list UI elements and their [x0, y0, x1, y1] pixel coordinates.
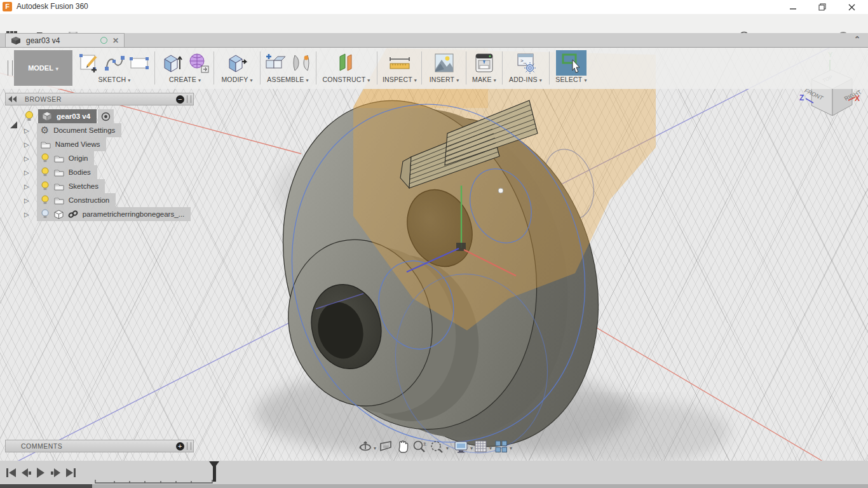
folder-icon: [54, 196, 64, 205]
expand-arrow-icon[interactable]: ▷: [24, 183, 29, 190]
browser-resize-handle[interactable]: [187, 95, 191, 103]
3d-print-icon[interactable]: [473, 51, 496, 74]
visibility-bulb-off-icon[interactable]: [41, 209, 50, 219]
browser-row[interactable]: ▷ Construction: [5, 193, 191, 207]
visibility-bulb-icon[interactable]: [41, 181, 50, 191]
close-button[interactable]: [839, 0, 864, 14]
spline-icon[interactable]: [104, 52, 125, 74]
look-at-tool[interactable]: [379, 440, 393, 452]
create-menu[interactable]: CREATE: [158, 76, 212, 83]
timeline-playback-controls[interactable]: [5, 467, 81, 478]
unsaved-indicator-icon: [100, 37, 107, 44]
browser-collapse-all-icon[interactable]: −: [176, 95, 184, 104]
zoom-window-tool[interactable]: [430, 440, 449, 454]
root-label: gear03 v4: [57, 112, 90, 120]
grid-settings[interactable]: [474, 440, 492, 454]
vertex-point[interactable]: [498, 188, 503, 193]
workspace-selector[interactable]: MODEL: [14, 50, 72, 86]
create-form-icon[interactable]: [187, 51, 210, 74]
ribbon-separator: [502, 51, 503, 85]
link-icon: [68, 210, 78, 218]
comments-panel-header[interactable]: COMMENTS +: [5, 440, 194, 452]
zoom-tool[interactable]: ±: [412, 440, 428, 454]
modify-menu[interactable]: MODIFY: [216, 76, 258, 83]
ribbon-separator: [316, 51, 316, 85]
joint-icon[interactable]: [290, 51, 313, 74]
collapse-panel-icon[interactable]: [8, 96, 17, 102]
ribbon-group-assemble: ASSEMBLE: [262, 50, 314, 86]
document-tab-bar: gear03 v4 ✕: [0, 33, 868, 48]
timeline-scrollbar-track[interactable]: [92, 484, 868, 488]
insert-menu[interactable]: INSERT: [423, 76, 465, 83]
extrude-icon[interactable]: [161, 51, 184, 74]
assemble-menu[interactable]: ASSEMBLE: [262, 76, 314, 83]
expand-arrow-icon[interactable]: ▷: [24, 169, 29, 176]
construction-plane-icon[interactable]: [335, 51, 358, 74]
ribbon-separator: [214, 51, 214, 85]
restore-button[interactable]: [810, 0, 835, 14]
go-to-start-icon: [6, 468, 16, 477]
comments-expand-icon[interactable]: +: [176, 442, 184, 451]
make-menu[interactable]: MAKE: [468, 76, 501, 83]
inspect-menu[interactable]: INSPECT: [379, 76, 421, 83]
select-tool-active[interactable]: [556, 50, 587, 76]
tab-close-icon[interactable]: ✕: [112, 36, 119, 45]
browser-row[interactable]: ▷ Sketches: [5, 179, 191, 193]
expand-arrow-icon[interactable]: ▷: [24, 197, 29, 204]
svg-text:±: ±: [423, 440, 426, 447]
new-component-icon[interactable]: [264, 51, 287, 74]
orbit-tool[interactable]: [358, 440, 376, 454]
minimize-button[interactable]: [780, 0, 806, 14]
press-pull-icon[interactable]: [226, 51, 248, 74]
workspace-label: MODEL: [28, 64, 53, 72]
expand-arrow-icon[interactable]: ▷: [24, 141, 29, 148]
insert-image-icon[interactable]: [433, 51, 456, 74]
window-title: Autodesk Fusion 360: [17, 2, 88, 11]
comments-resize-handle[interactable]: [187, 442, 191, 450]
browser-row[interactable]: ▷ Named Views: [5, 137, 191, 151]
expand-arrow-icon[interactable]: ▷: [24, 155, 29, 162]
expand-arrow-icon[interactable]: ▷: [24, 211, 29, 218]
measure-icon[interactable]: [388, 52, 412, 74]
sketch-menu[interactable]: SKETCH: [75, 76, 154, 83]
browser-row[interactable]: ▷ ⚙ Document Settings: [5, 123, 191, 137]
visibility-bulb-icon[interactable]: [24, 111, 34, 122]
browser-panel-header[interactable]: BROWSER −: [5, 93, 194, 105]
expand-arrow-icon[interactable]: ▷: [24, 127, 29, 134]
ribbon-group-insert: INSERT: [423, 50, 465, 86]
viewports[interactable]: [494, 440, 512, 454]
browser-row-root[interactable]: gear03 v4: [5, 109, 191, 123]
timeline-position-marker[interactable]: [208, 461, 220, 482]
select-icon: [560, 52, 583, 74]
ribbon-group-create: CREATE: [158, 50, 212, 86]
browser-row-linked-component[interactable]: ▷ parametricherringbonegears_...: [5, 207, 191, 221]
x-axis-label: X: [855, 94, 860, 103]
create-sketch-icon[interactable]: [79, 52, 100, 74]
addins-menu[interactable]: ADD-INS: [504, 76, 547, 83]
construct-menu[interactable]: CONSTRUCT: [318, 76, 375, 83]
play-icon: [37, 468, 44, 478]
visibility-bulb-icon[interactable]: [41, 153, 50, 163]
ribbon-group-sketch: SKETCH: [75, 50, 154, 86]
ribbon-separator: [421, 51, 422, 85]
rectangle-icon[interactable]: [128, 52, 150, 74]
document-tab[interactable]: gear03 v4 ✕: [5, 33, 125, 47]
visibility-bulb-icon[interactable]: [41, 167, 50, 177]
select-menu[interactable]: SELECT: [552, 76, 591, 83]
quick-access-toolbar: Pierre Lalancette ?: [0, 14, 868, 33]
scripts-addins-icon[interactable]: >_: [514, 51, 537, 74]
timeline-scrollbar-filled[interactable]: [0, 484, 92, 488]
timeline-bar: ⚙: [0, 461, 868, 484]
expand-arrow-icon[interactable]: [10, 111, 19, 122]
toolbar-drag-handle[interactable]: [8, 60, 13, 76]
pan-tool[interactable]: [397, 440, 409, 453]
browser-row[interactable]: ▷ Bodies: [5, 165, 191, 179]
browser-row[interactable]: ▷ Origin: [5, 151, 191, 165]
display-settings[interactable]: [454, 440, 473, 454]
visibility-bulb-icon[interactable]: [41, 195, 50, 205]
toolbar-collapse-chevron-icon[interactable]: ⌃: [854, 35, 860, 44]
ribbon-group-select: SELECT: [552, 50, 591, 86]
svg-text:>_: >_: [520, 58, 527, 64]
activate-radio-icon[interactable]: [98, 109, 114, 123]
ribbon-group-make: MAKE: [468, 50, 501, 86]
